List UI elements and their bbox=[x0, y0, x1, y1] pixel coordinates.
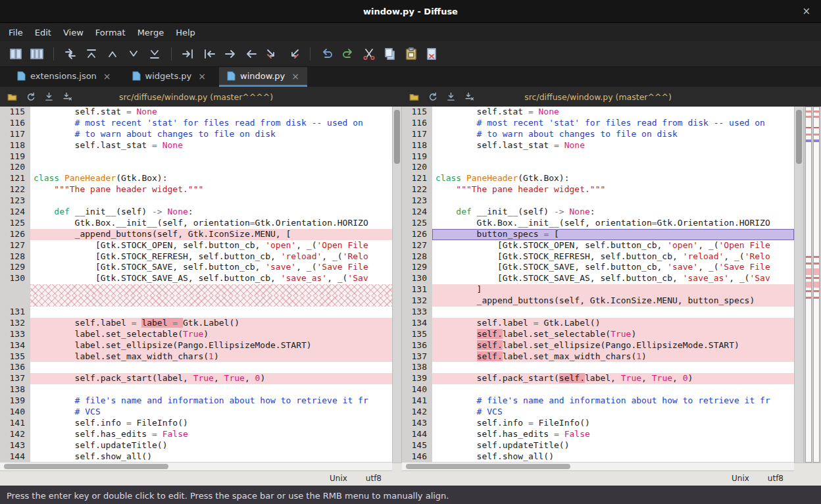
code-line[interactable]: 127 [Gtk.STOCK_OPEN, self.button_cb, 'op… bbox=[402, 240, 794, 251]
code-line[interactable] bbox=[0, 284, 392, 295]
code-line[interactable]: 142 # VCS bbox=[402, 407, 794, 418]
code-line[interactable]: 143 self.info = FileInfo() bbox=[402, 418, 794, 429]
code-line[interactable]: 140 bbox=[402, 384, 794, 395]
open-folder-icon[interactable] bbox=[406, 89, 422, 105]
code-line[interactable]: 115 self.stat = None bbox=[0, 107, 392, 118]
undo-button[interactable] bbox=[317, 45, 337, 63]
code-line[interactable]: 127 [Gtk.STOCK_OPEN, self.button_cb, 'op… bbox=[0, 240, 392, 251]
save-file-icon[interactable] bbox=[443, 89, 459, 105]
code-line[interactable]: 115 self.stat = None bbox=[402, 107, 794, 118]
copy-selection-left-button[interactable] bbox=[199, 45, 219, 63]
tab-window.py[interactable]: window.py× bbox=[219, 67, 307, 87]
tab-close-icon[interactable]: × bbox=[103, 71, 111, 82]
horizontal-scrollbar[interactable] bbox=[0, 462, 392, 470]
merge-from-left-then-right-button[interactable] bbox=[262, 45, 282, 63]
code-line[interactable]: 124 def __init__(self) -> None: bbox=[402, 207, 794, 218]
save-file-icon[interactable] bbox=[41, 89, 57, 105]
diff-map-body[interactable] bbox=[804, 107, 821, 463]
last-difference-button[interactable] bbox=[145, 45, 164, 63]
copy-right-into-selection-button[interactable] bbox=[241, 45, 261, 63]
tab-close-icon[interactable]: × bbox=[291, 71, 299, 82]
code-line[interactable]: 122 """The pane header widget.""" bbox=[0, 184, 392, 195]
code-line[interactable]: 144 self.has_edits = False bbox=[402, 429, 794, 440]
code-line[interactable]: 131 bbox=[0, 307, 392, 318]
save-file-as-icon[interactable] bbox=[461, 89, 478, 105]
code-line[interactable]: 116 # most recent 'stat' for files read … bbox=[0, 118, 392, 129]
paste-button[interactable] bbox=[401, 45, 421, 63]
code-line[interactable]: 142 self.has_edits = False bbox=[0, 429, 392, 440]
code-line[interactable] bbox=[0, 295, 392, 307]
realign-all-button[interactable] bbox=[61, 45, 80, 63]
code-line[interactable]: 132 self.label = label = Gtk.Label() bbox=[0, 318, 392, 329]
menu-item-help[interactable]: Help bbox=[170, 25, 201, 40]
code-line[interactable]: 133 bbox=[402, 307, 794, 318]
code-line[interactable]: 123 bbox=[0, 195, 392, 207]
code-line[interactable]: 119 bbox=[0, 151, 392, 163]
code-line[interactable]: 130 [Gtk.STOCK_SAVE_AS, self.button_cb, … bbox=[402, 273, 794, 284]
code-line[interactable]: 141 self.info = FileInfo() bbox=[0, 418, 392, 429]
code-line[interactable]: 144 self.show_all() bbox=[0, 451, 392, 462]
code-line[interactable]: 124 def __init__(self) -> None: bbox=[0, 207, 392, 218]
vertical-scrollbar-thumb[interactable] bbox=[394, 110, 400, 163]
code-line[interactable]: 137 self.pack_start(label, True, True, 0… bbox=[0, 373, 392, 384]
diff-map[interactable] bbox=[804, 87, 821, 486]
code-line[interactable]: 136 bbox=[0, 362, 392, 373]
code-line[interactable]: 122 """The pane header widget.""" bbox=[402, 184, 794, 195]
code-line[interactable]: 140 # VCS bbox=[0, 407, 392, 418]
titlebar[interactable]: window.py - Diffuse × bbox=[0, 0, 821, 23]
code-line[interactable]: 146 self.show_all() bbox=[402, 451, 794, 462]
code-line[interactable]: 120 bbox=[0, 162, 392, 173]
code-line[interactable]: 128 [Gtk.STOCK_REFRESH, self.button_cb, … bbox=[402, 251, 794, 263]
cut-button[interactable] bbox=[359, 45, 379, 63]
code-line[interactable]: 129 [Gtk.STOCK_SAVE, self.button_cb, 'sa… bbox=[0, 262, 392, 273]
tab-widgets.py[interactable]: widgets.py× bbox=[124, 67, 214, 87]
tab-extensions.json[interactable]: extensions.json× bbox=[9, 67, 119, 87]
code-line[interactable]: 135 self.label.set_selectable(True) bbox=[402, 329, 794, 340]
diff-map-right-column[interactable] bbox=[813, 107, 820, 463]
code-line[interactable]: 118 self.last_stat = None bbox=[402, 140, 794, 151]
code-line[interactable]: 134 label.set_ellipsize(Pango.EllipsizeM… bbox=[0, 340, 392, 351]
code-line[interactable]: 119 bbox=[402, 151, 794, 163]
new-2way-file-merge-button[interactable] bbox=[6, 45, 26, 63]
tab-close-icon[interactable]: × bbox=[198, 71, 206, 82]
horizontal-scrollbar-thumb[interactable] bbox=[406, 464, 570, 469]
code-view[interactable]: 115 self.stat = None116 # most recent 's… bbox=[0, 107, 392, 462]
vertical-scrollbar[interactable] bbox=[794, 107, 804, 463]
copy-left-into-selection-button[interactable] bbox=[220, 45, 240, 63]
code-line[interactable]: 123 bbox=[402, 195, 794, 207]
menu-item-edit[interactable]: Edit bbox=[29, 25, 57, 40]
code-line[interactable]: 117 # to warn about changes to file on d… bbox=[0, 129, 392, 140]
code-line[interactable]: 136 self.label.set_ellipsize(Pango.Ellip… bbox=[402, 340, 794, 351]
code-line[interactable]: 116 # most recent 'stat' for files read … bbox=[402, 118, 794, 129]
menu-item-view[interactable]: View bbox=[57, 25, 89, 40]
code-line[interactable]: 120 bbox=[402, 162, 794, 173]
previous-difference-button[interactable] bbox=[103, 45, 122, 63]
first-difference-button[interactable] bbox=[82, 45, 101, 63]
vertical-scrollbar[interactable] bbox=[392, 107, 402, 463]
new-3way-file-merge-button[interactable] bbox=[27, 45, 47, 63]
next-difference-button[interactable] bbox=[124, 45, 143, 63]
copy-button[interactable] bbox=[380, 45, 400, 63]
merge-from-right-then-left-button[interactable] bbox=[284, 45, 303, 63]
code-line[interactable]: 128 [Gtk.STOCK_REFRESH, self.button_cb, … bbox=[0, 251, 392, 263]
code-line[interactable]: 129 [Gtk.STOCK_SAVE, self.button_cb, 'sa… bbox=[402, 262, 794, 273]
open-folder-icon[interactable] bbox=[4, 89, 20, 105]
code-line[interactable]: 138 bbox=[0, 384, 392, 395]
code-line[interactable]: 121class PaneHeader(Gtk.Box): bbox=[402, 173, 794, 184]
code-line[interactable]: 125 Gtk.Box.__init__(self, orientation=G… bbox=[0, 218, 392, 229]
window-close-button[interactable]: × bbox=[802, 5, 810, 17]
code-line[interactable]: 135 label.set_max_width_chars(1) bbox=[0, 351, 392, 363]
code-line[interactable]: 132 _append_buttons(self, Gtk.IconSize.M… bbox=[402, 295, 794, 307]
diff-map-left-column[interactable] bbox=[805, 107, 812, 463]
code-line[interactable]: 137 self.label.set_max_width_chars(1) bbox=[402, 351, 794, 363]
code-line[interactable]: 130 [Gtk.STOCK_SAVE_AS, self.button_cb, … bbox=[0, 273, 392, 284]
code-line[interactable]: 126 button_specs = [ bbox=[402, 229, 794, 240]
menu-item-file[interactable]: File bbox=[3, 25, 29, 40]
code-line[interactable]: 125 Gtk.Box.__init__(self, orientation=G… bbox=[402, 218, 794, 229]
code-line[interactable]: 131 ] bbox=[402, 284, 794, 295]
code-view[interactable]: 115 self.stat = None116 # most recent 's… bbox=[402, 107, 794, 462]
horizontal-scrollbar[interactable] bbox=[402, 462, 794, 470]
reload-file-icon[interactable] bbox=[424, 89, 441, 105]
vertical-scrollbar-thumb[interactable] bbox=[796, 110, 802, 163]
menu-item-format[interactable]: Format bbox=[89, 25, 132, 40]
